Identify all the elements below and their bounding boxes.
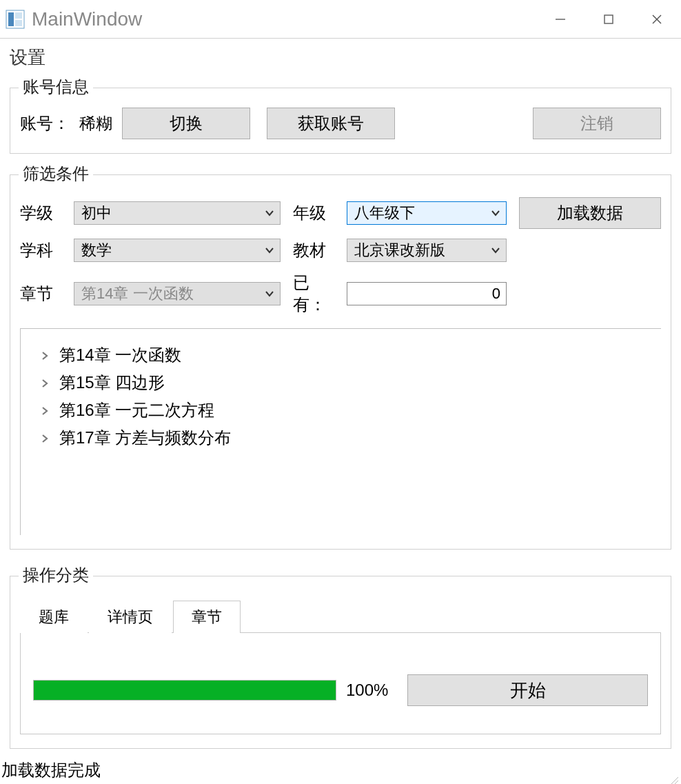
filter-legend: 筛选条件 [19, 163, 93, 185]
caret-right-icon [40, 401, 50, 420]
tree-item[interactable]: 第17章 方差与频数分布 [28, 424, 654, 452]
chevron-down-icon [491, 241, 500, 259]
tree-item[interactable]: 第14章 一次函数 [28, 341, 654, 369]
tab-detail-page[interactable]: 详情页 [89, 601, 172, 633]
account-legend: 账号信息 [19, 76, 93, 98]
chapter-combo[interactable]: 第14章 一次函数 [74, 282, 281, 305]
grade-label: 年级 [293, 202, 334, 224]
tab-question-bank[interactable]: 题库 [20, 601, 88, 633]
caret-right-icon [40, 345, 50, 365]
filter-group: 筛选条件 学级 初中 年级 八年级下 加载数据 学科 数学 教材 [10, 174, 671, 550]
status-text: 加载数据完成 [1, 759, 101, 781]
stage-combo-value: 初中 [81, 203, 112, 223]
app-icon [6, 10, 25, 29]
minimize-button[interactable] [536, 0, 585, 38]
textbook-combo[interactable]: 北京课改新版 [347, 239, 507, 262]
subject-combo-value: 数学 [81, 240, 112, 261]
tab-pane-chapter: 100% 开始 [20, 633, 661, 734]
tree-item-label: 第17章 方差与频数分布 [59, 427, 231, 449]
caret-right-icon [40, 428, 50, 448]
tab-chapter[interactable]: 章节 [173, 601, 241, 633]
switch-account-button[interactable]: 切换 [122, 108, 250, 139]
account-label: 账号： [20, 112, 70, 134]
existing-input[interactable] [347, 282, 507, 305]
chapter-label: 章节 [20, 283, 61, 305]
start-button[interactable]: 开始 [407, 674, 648, 706]
tree-item[interactable]: 第16章 一元二次方程 [28, 396, 654, 424]
window-title: MainWindow [32, 8, 536, 30]
tree-item-label: 第16章 一元二次方程 [59, 399, 214, 421]
stage-label: 学级 [20, 202, 61, 224]
status-bar: 加载数据完成 [0, 756, 681, 784]
chevron-down-icon [265, 241, 274, 259]
tab-strip: 题库 详情页 章节 [20, 600, 661, 633]
load-data-button[interactable]: 加载数据 [519, 197, 661, 229]
maximize-button[interactable] [585, 0, 633, 38]
subject-label: 学科 [20, 239, 61, 261]
textbook-label: 教材 [293, 239, 334, 261]
page-heading: 设置 [10, 39, 671, 75]
tree-item[interactable]: 第15章 四边形 [28, 369, 654, 396]
caret-right-icon [40, 373, 50, 392]
tree-item-label: 第14章 一次函数 [59, 344, 181, 366]
account-group: 账号信息 账号： 稀糊 切换 获取账号 注销 [10, 88, 671, 154]
svg-rect-3 [15, 20, 22, 26]
tree-item-label: 第15章 四边形 [59, 372, 165, 394]
svg-rect-5 [604, 15, 613, 23]
svg-line-8 [669, 777, 678, 784]
chevron-down-icon [265, 204, 274, 222]
progress-text: 100% [346, 681, 388, 700]
chevron-down-icon [491, 204, 500, 222]
svg-rect-2 [15, 12, 22, 19]
textbook-combo-value: 北京课改新版 [354, 240, 445, 261]
progress-bar [33, 680, 336, 701]
account-value: 稀糊 [79, 112, 112, 134]
stage-combo[interactable]: 初中 [74, 201, 281, 225]
title-bar: MainWindow [0, 0, 681, 39]
logout-button[interactable]: 注销 [533, 108, 661, 139]
grade-combo-value: 八年级下 [354, 203, 415, 223]
close-button[interactable] [633, 0, 681, 38]
subject-combo[interactable]: 数学 [74, 239, 281, 262]
operations-legend: 操作分类 [19, 564, 93, 586]
chapter-combo-value: 第14章 一次函数 [81, 283, 194, 304]
operations-group: 操作分类 题库 详情页 章节 100% 开始 [10, 576, 671, 749]
chapter-tree: 第14章 一次函数 第15章 四边形 第16章 一元二次方程 第17章 方差与频… [20, 328, 661, 535]
svg-rect-1 [8, 12, 14, 26]
chevron-down-icon [265, 285, 274, 303]
grade-combo[interactable]: 八年级下 [347, 201, 507, 225]
fetch-account-button[interactable]: 获取账号 [267, 108, 395, 139]
progress-fill [34, 681, 336, 700]
existing-label: 已有： [293, 272, 334, 316]
resize-grip-icon[interactable] [669, 772, 678, 781]
